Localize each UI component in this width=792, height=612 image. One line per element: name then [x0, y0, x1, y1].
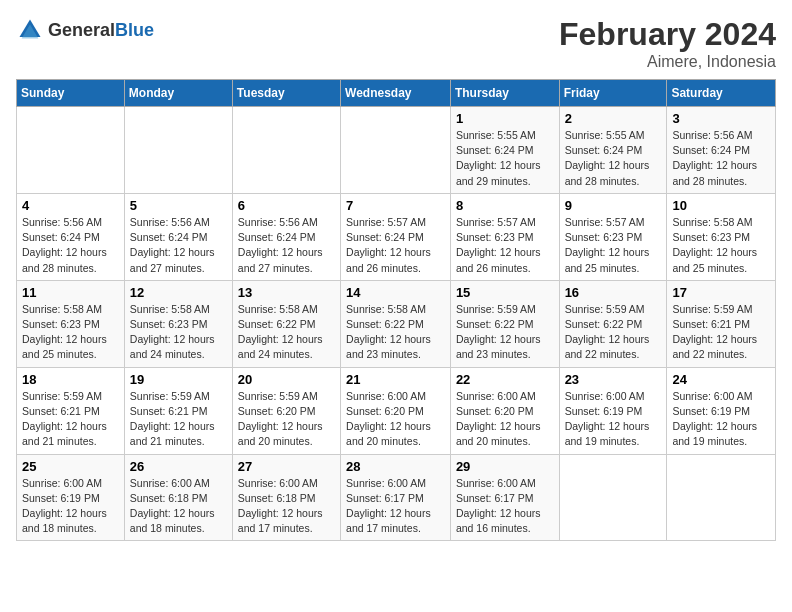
page-header: GeneralBlue February 2024 Aimere, Indone…	[16, 16, 776, 71]
calendar-cell: 29Sunrise: 6:00 AMSunset: 6:17 PMDayligh…	[450, 454, 559, 541]
calendar-week-row: 11Sunrise: 5:58 AMSunset: 6:23 PMDayligh…	[17, 280, 776, 367]
day-info: Sunrise: 5:58 AMSunset: 6:23 PMDaylight:…	[130, 302, 227, 363]
calendar-cell: 7Sunrise: 5:57 AMSunset: 6:24 PMDaylight…	[341, 193, 451, 280]
day-info: Sunrise: 6:00 AMSunset: 6:19 PMDaylight:…	[565, 389, 662, 450]
calendar-cell: 15Sunrise: 5:59 AMSunset: 6:22 PMDayligh…	[450, 280, 559, 367]
calendar-week-row: 18Sunrise: 5:59 AMSunset: 6:21 PMDayligh…	[17, 367, 776, 454]
day-number: 10	[672, 198, 770, 213]
calendar-cell: 28Sunrise: 6:00 AMSunset: 6:17 PMDayligh…	[341, 454, 451, 541]
logo-text: GeneralBlue	[48, 20, 154, 41]
calendar-cell: 22Sunrise: 6:00 AMSunset: 6:20 PMDayligh…	[450, 367, 559, 454]
calendar-cell: 27Sunrise: 6:00 AMSunset: 6:18 PMDayligh…	[232, 454, 340, 541]
day-number: 11	[22, 285, 119, 300]
day-number: 15	[456, 285, 554, 300]
day-info: Sunrise: 5:59 AMSunset: 6:20 PMDaylight:…	[238, 389, 335, 450]
day-info: Sunrise: 5:59 AMSunset: 6:21 PMDaylight:…	[22, 389, 119, 450]
day-number: 29	[456, 459, 554, 474]
day-number: 14	[346, 285, 445, 300]
calendar-cell	[124, 107, 232, 194]
day-info: Sunrise: 5:56 AMSunset: 6:24 PMDaylight:…	[130, 215, 227, 276]
day-of-week-header: Tuesday	[232, 80, 340, 107]
day-of-week-header: Sunday	[17, 80, 125, 107]
calendar-cell	[667, 454, 776, 541]
day-info: Sunrise: 5:59 AMSunset: 6:22 PMDaylight:…	[565, 302, 662, 363]
day-number: 3	[672, 111, 770, 126]
day-number: 17	[672, 285, 770, 300]
logo-icon	[16, 16, 44, 44]
calendar-cell: 6Sunrise: 5:56 AMSunset: 6:24 PMDaylight…	[232, 193, 340, 280]
calendar-cell: 3Sunrise: 5:56 AMSunset: 6:24 PMDaylight…	[667, 107, 776, 194]
title-block: February 2024 Aimere, Indonesia	[559, 16, 776, 71]
day-number: 19	[130, 372, 227, 387]
day-number: 9	[565, 198, 662, 213]
day-number: 2	[565, 111, 662, 126]
day-info: Sunrise: 6:00 AMSunset: 6:18 PMDaylight:…	[238, 476, 335, 537]
day-number: 27	[238, 459, 335, 474]
day-info: Sunrise: 5:59 AMSunset: 6:22 PMDaylight:…	[456, 302, 554, 363]
day-number: 4	[22, 198, 119, 213]
calendar-cell: 25Sunrise: 6:00 AMSunset: 6:19 PMDayligh…	[17, 454, 125, 541]
day-info: Sunrise: 5:57 AMSunset: 6:23 PMDaylight:…	[456, 215, 554, 276]
calendar-cell: 17Sunrise: 5:59 AMSunset: 6:21 PMDayligh…	[667, 280, 776, 367]
calendar-cell: 23Sunrise: 6:00 AMSunset: 6:19 PMDayligh…	[559, 367, 667, 454]
day-info: Sunrise: 5:56 AMSunset: 6:24 PMDaylight:…	[22, 215, 119, 276]
calendar-week-row: 1Sunrise: 5:55 AMSunset: 6:24 PMDaylight…	[17, 107, 776, 194]
day-number: 13	[238, 285, 335, 300]
calendar-header-row: SundayMondayTuesdayWednesdayThursdayFrid…	[17, 80, 776, 107]
day-number: 21	[346, 372, 445, 387]
day-of-week-header: Monday	[124, 80, 232, 107]
day-info: Sunrise: 6:00 AMSunset: 6:19 PMDaylight:…	[22, 476, 119, 537]
calendar-cell: 12Sunrise: 5:58 AMSunset: 6:23 PMDayligh…	[124, 280, 232, 367]
day-info: Sunrise: 5:58 AMSunset: 6:23 PMDaylight:…	[672, 215, 770, 276]
calendar-cell	[232, 107, 340, 194]
day-number: 23	[565, 372, 662, 387]
day-info: Sunrise: 6:00 AMSunset: 6:17 PMDaylight:…	[456, 476, 554, 537]
calendar-week-row: 25Sunrise: 6:00 AMSunset: 6:19 PMDayligh…	[17, 454, 776, 541]
day-info: Sunrise: 5:58 AMSunset: 6:23 PMDaylight:…	[22, 302, 119, 363]
day-number: 18	[22, 372, 119, 387]
day-number: 7	[346, 198, 445, 213]
day-number: 5	[130, 198, 227, 213]
calendar-table: SundayMondayTuesdayWednesdayThursdayFrid…	[16, 79, 776, 541]
day-info: Sunrise: 6:00 AMSunset: 6:20 PMDaylight:…	[346, 389, 445, 450]
calendar-cell	[17, 107, 125, 194]
calendar-cell: 20Sunrise: 5:59 AMSunset: 6:20 PMDayligh…	[232, 367, 340, 454]
calendar-cell: 24Sunrise: 6:00 AMSunset: 6:19 PMDayligh…	[667, 367, 776, 454]
calendar-cell: 11Sunrise: 5:58 AMSunset: 6:23 PMDayligh…	[17, 280, 125, 367]
day-info: Sunrise: 5:56 AMSunset: 6:24 PMDaylight:…	[238, 215, 335, 276]
day-of-week-header: Saturday	[667, 80, 776, 107]
day-number: 22	[456, 372, 554, 387]
day-number: 16	[565, 285, 662, 300]
calendar-cell: 14Sunrise: 5:58 AMSunset: 6:22 PMDayligh…	[341, 280, 451, 367]
day-info: Sunrise: 5:56 AMSunset: 6:24 PMDaylight:…	[672, 128, 770, 189]
calendar-cell	[559, 454, 667, 541]
calendar-cell: 4Sunrise: 5:56 AMSunset: 6:24 PMDaylight…	[17, 193, 125, 280]
calendar-cell: 19Sunrise: 5:59 AMSunset: 6:21 PMDayligh…	[124, 367, 232, 454]
calendar-cell: 13Sunrise: 5:58 AMSunset: 6:22 PMDayligh…	[232, 280, 340, 367]
day-of-week-header: Wednesday	[341, 80, 451, 107]
calendar-cell: 1Sunrise: 5:55 AMSunset: 6:24 PMDaylight…	[450, 107, 559, 194]
day-info: Sunrise: 5:58 AMSunset: 6:22 PMDaylight:…	[346, 302, 445, 363]
day-number: 8	[456, 198, 554, 213]
day-number: 12	[130, 285, 227, 300]
calendar-cell: 2Sunrise: 5:55 AMSunset: 6:24 PMDaylight…	[559, 107, 667, 194]
logo: GeneralBlue	[16, 16, 154, 44]
day-number: 25	[22, 459, 119, 474]
calendar-title: February 2024	[559, 16, 776, 53]
day-info: Sunrise: 6:00 AMSunset: 6:19 PMDaylight:…	[672, 389, 770, 450]
calendar-cell: 8Sunrise: 5:57 AMSunset: 6:23 PMDaylight…	[450, 193, 559, 280]
day-of-week-header: Thursday	[450, 80, 559, 107]
day-info: Sunrise: 5:58 AMSunset: 6:22 PMDaylight:…	[238, 302, 335, 363]
calendar-cell: 18Sunrise: 5:59 AMSunset: 6:21 PMDayligh…	[17, 367, 125, 454]
day-number: 20	[238, 372, 335, 387]
day-number: 1	[456, 111, 554, 126]
day-number: 28	[346, 459, 445, 474]
logo-blue: Blue	[115, 20, 154, 40]
calendar-subtitle: Aimere, Indonesia	[559, 53, 776, 71]
day-info: Sunrise: 5:59 AMSunset: 6:21 PMDaylight:…	[672, 302, 770, 363]
day-of-week-header: Friday	[559, 80, 667, 107]
day-info: Sunrise: 6:00 AMSunset: 6:17 PMDaylight:…	[346, 476, 445, 537]
calendar-cell: 5Sunrise: 5:56 AMSunset: 6:24 PMDaylight…	[124, 193, 232, 280]
day-info: Sunrise: 5:55 AMSunset: 6:24 PMDaylight:…	[565, 128, 662, 189]
calendar-cell: 10Sunrise: 5:58 AMSunset: 6:23 PMDayligh…	[667, 193, 776, 280]
